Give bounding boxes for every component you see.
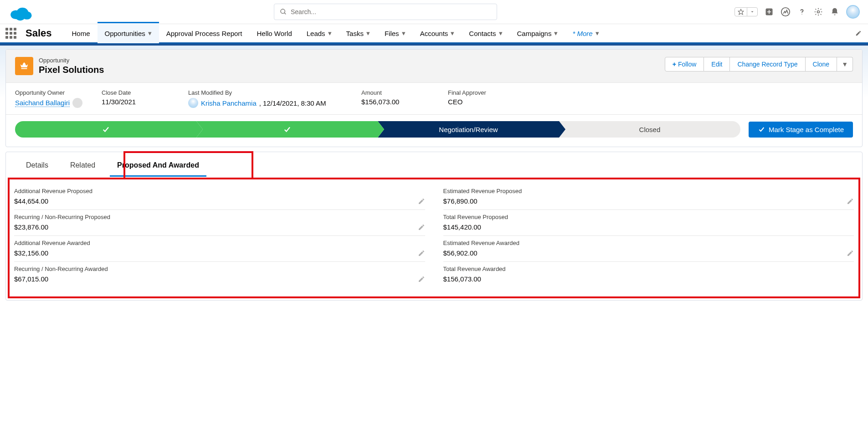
field-value: $23,876.00: [14, 223, 425, 231]
path-stage-complete-1[interactable]: [15, 121, 196, 138]
field-row: Total Revenue Awarded$156,073.00: [443, 262, 854, 287]
nav-contacts[interactable]: Contacts▾: [462, 23, 509, 43]
chevron-down-icon: ▾: [366, 29, 370, 37]
nav-more[interactable]: * More▾: [565, 23, 606, 43]
chevron-down-icon: ▾: [402, 29, 406, 37]
chevron-down-icon: ▼: [842, 61, 848, 68]
nav-leads[interactable]: Leads▾: [299, 23, 339, 43]
field-value: $145,420.00: [443, 223, 854, 231]
field-row: Recurring / Non-Recurring Proposed$23,87…: [14, 210, 425, 236]
chevron-down-icon: [747, 8, 757, 16]
tab-proposed-and-awarded[interactable]: Proposed And Awarded: [106, 152, 210, 176]
svg-line-5: [284, 13, 286, 14]
edit-field-icon[interactable]: [847, 198, 854, 205]
field-label: Additional Revenue Proposed: [14, 188, 425, 194]
edit-nav-icon[interactable]: [849, 30, 868, 36]
nav-tasks[interactable]: Tasks▾: [339, 23, 377, 43]
close-date-value: 11/30/2021: [102, 98, 170, 106]
field-row: Estimated Revenue Awarded$56,902.00: [443, 236, 854, 262]
edit-field-icon[interactable]: [418, 224, 425, 231]
nav-opportunities[interactable]: Opportunities▾: [98, 22, 159, 43]
field-value: $67,015.00: [14, 275, 425, 283]
search-icon: [280, 8, 287, 15]
field-row: Estimated Revenue Proposed$76,890.00: [443, 184, 854, 210]
owner-avatar-icon: [72, 98, 82, 108]
last-modified-time: , 12/14/2021, 8:30 AM: [259, 99, 326, 107]
field-label: Estimated Revenue Awarded: [443, 240, 854, 246]
nav-campaigns[interactable]: Campaigns▾: [510, 23, 565, 43]
chevron-down-icon: ▾: [596, 29, 599, 37]
svg-point-9: [801, 14, 802, 15]
field-label: Recurring / Non-Recurring Awarded: [14, 266, 425, 272]
app-launcher-icon[interactable]: [5, 28, 16, 39]
edit-field-icon[interactable]: [418, 198, 425, 205]
field-label: Total Revenue Proposed: [443, 214, 854, 220]
nav-accounts[interactable]: Accounts▾: [413, 23, 462, 43]
last-modified-user-link[interactable]: Krisha Panchamia: [201, 99, 257, 107]
field-value: $32,156.00: [14, 249, 425, 257]
field-row: Recurring / Non-Recurring Awarded$67,015…: [14, 262, 425, 287]
chevron-down-icon: ▾: [328, 29, 332, 37]
global-search[interactable]: [274, 4, 497, 20]
plus-icon: +: [673, 61, 676, 68]
star-icon: [735, 8, 747, 16]
field-row: Additional Revenue Proposed$44,654.00: [14, 184, 425, 210]
check-icon: [283, 125, 291, 133]
svg-marker-6: [738, 9, 744, 15]
field-row: Total Revenue Proposed$145,420.00: [443, 210, 854, 236]
clone-button[interactable]: Clone: [806, 57, 837, 71]
add-icon[interactable]: [764, 7, 774, 17]
field-label: Estimated Revenue Proposed: [443, 188, 854, 194]
nav-approval-process-report[interactable]: Approval Process Report: [159, 23, 250, 43]
setup-gear-icon[interactable]: [813, 7, 823, 17]
tab-related[interactable]: Related: [59, 152, 106, 176]
owner-link[interactable]: Saichand Ballagiri: [15, 99, 70, 107]
amount-label: Amount: [361, 89, 430, 96]
last-modified-label: Last Modified By: [188, 89, 343, 96]
path-stage-current[interactable]: Negotiation/Review: [378, 121, 559, 138]
close-date-label: Close Date: [102, 89, 170, 96]
final-approver-label: Final Approver: [448, 89, 516, 96]
check-icon: [758, 126, 765, 133]
nav-home[interactable]: Home: [65, 23, 98, 43]
trailhead-icon[interactable]: [781, 7, 791, 17]
edit-field-icon[interactable]: [847, 250, 854, 257]
favorites-button[interactable]: [734, 7, 758, 16]
field-label: Recurring / Non-Recurring Proposed: [14, 214, 425, 220]
app-name: Sales: [26, 27, 52, 39]
object-type: Opportunity: [39, 57, 104, 64]
follow-button[interactable]: +Follow: [665, 57, 704, 71]
user-avatar[interactable]: [846, 5, 860, 19]
user-avatar-icon: [188, 98, 198, 108]
field-value: $56,902.00: [443, 249, 854, 257]
field-label: Additional Revenue Awarded: [14, 240, 425, 246]
owner-label: Opportunity Owner: [15, 89, 83, 96]
field-value: $76,890.00: [443, 197, 854, 205]
help-icon[interactable]: [797, 7, 807, 17]
chevron-down-icon: ▾: [554, 29, 558, 37]
search-input[interactable]: [291, 8, 491, 15]
nav-files[interactable]: Files▾: [377, 23, 413, 43]
nav-hello-world[interactable]: Hello World: [249, 23, 299, 43]
tab-details[interactable]: Details: [15, 152, 59, 176]
chevron-down-icon: ▾: [451, 29, 454, 37]
field-value: $44,654.00: [14, 197, 425, 205]
salesforce-logo[interactable]: [9, 5, 33, 21]
svg-point-3: [15, 13, 25, 20]
edit-field-icon[interactable]: [418, 250, 425, 257]
more-actions-button[interactable]: ▼: [837, 57, 853, 71]
mark-stage-complete-button[interactable]: Mark Stage as Complete: [749, 122, 853, 138]
record-name: Pixel Solutions: [39, 65, 104, 75]
field-row: Additional Revenue Awarded$32,156.00: [14, 236, 425, 262]
check-icon: [102, 125, 110, 133]
edit-button[interactable]: Edit: [704, 57, 730, 71]
path-stage-complete-2[interactable]: [196, 121, 378, 138]
edit-field-icon[interactable]: [418, 276, 425, 283]
notifications-icon[interactable]: [830, 7, 840, 17]
chevron-down-icon: ▾: [499, 29, 503, 37]
field-value: $156,073.00: [443, 275, 854, 283]
change-record-type-button[interactable]: Change Record Type: [730, 57, 805, 71]
path-stage-closed[interactable]: Closed: [559, 121, 740, 138]
svg-point-10: [817, 11, 820, 13]
opportunity-icon: [15, 57, 33, 75]
